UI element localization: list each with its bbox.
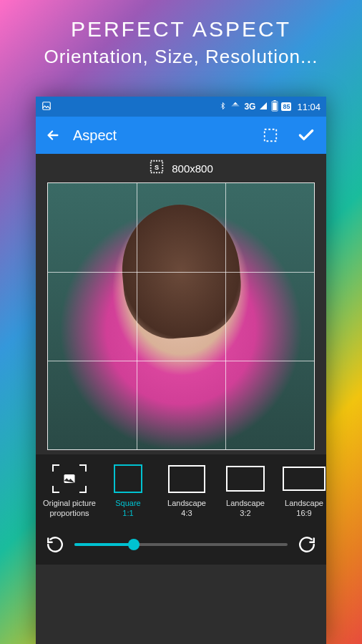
aspect-label: Landscape bbox=[217, 499, 273, 509]
dashed-square-icon bbox=[263, 127, 278, 143]
svg-rect-4 bbox=[265, 130, 277, 142]
rotate-cw-icon bbox=[298, 535, 316, 554]
aspect-option-original[interactable]: Original pictureproportions bbox=[41, 462, 97, 519]
crop-preset-button[interactable] bbox=[258, 122, 283, 148]
confirm-button[interactable] bbox=[293, 122, 319, 148]
aspect-label: Landscape bbox=[276, 499, 326, 509]
promo-subtitle: Orientation, Size, Resolution... bbox=[0, 46, 362, 68]
aspect-rect-icon bbox=[114, 464, 142, 493]
svg-rect-0 bbox=[43, 102, 51, 109]
aspect-thumb bbox=[159, 462, 215, 496]
original-icon bbox=[52, 464, 87, 493]
aspect-thumb bbox=[41, 462, 97, 496]
aspect-label: Original picture bbox=[41, 499, 97, 509]
aspect-mode-icon: S bbox=[149, 159, 165, 177]
aspect-sublabel: 4:3 bbox=[159, 509, 215, 519]
svg-rect-2 bbox=[274, 100, 276, 102]
aspect-thumb bbox=[217, 462, 273, 496]
slider-thumb[interactable] bbox=[128, 539, 140, 550]
svg-rect-3 bbox=[273, 102, 278, 110]
aspect-option-land43[interactable]: Landscape4:3 bbox=[159, 462, 215, 519]
grid-line bbox=[225, 183, 226, 449]
grid-line bbox=[48, 361, 314, 361]
crop-frame[interactable] bbox=[47, 182, 315, 450]
aspect-thumb bbox=[276, 462, 326, 496]
arrow-left-icon bbox=[45, 127, 61, 143]
rotate-right-button[interactable] bbox=[295, 532, 319, 557]
rotate-ccw-icon bbox=[46, 535, 64, 554]
clock: 11:04 bbox=[297, 102, 321, 112]
canvas-area bbox=[36, 182, 326, 454]
slider-fill bbox=[74, 543, 134, 546]
dimensions-label: 800x800 bbox=[172, 162, 213, 175]
aspect-sublabel: proportions bbox=[41, 509, 97, 519]
aspect-label: Landscape bbox=[159, 499, 215, 509]
aspect-thumb bbox=[100, 462, 156, 496]
aspect-sublabel: 3:2 bbox=[217, 509, 273, 519]
image-icon bbox=[41, 101, 52, 113]
phone-frame: 3G 85 11:04 Aspect S 800x800 bbox=[36, 97, 326, 644]
dimensions-row: S 800x800 bbox=[36, 154, 326, 182]
rotate-left-button[interactable] bbox=[43, 532, 67, 557]
wifi-icon bbox=[230, 101, 241, 113]
back-button[interactable] bbox=[43, 127, 63, 143]
svg-text:S: S bbox=[155, 164, 159, 171]
aspect-option-square[interactable]: Square1:1 bbox=[100, 462, 156, 519]
aspect-option-land169[interactable]: Landscape16:9 bbox=[276, 462, 326, 519]
page-title: Aspect bbox=[73, 127, 248, 144]
battery-percent: 85 bbox=[281, 102, 291, 111]
app-bar: Aspect bbox=[36, 117, 326, 154]
check-icon bbox=[297, 126, 315, 145]
aspect-label: Square bbox=[100, 499, 156, 509]
network-label: 3G bbox=[244, 102, 255, 112]
bluetooth-icon bbox=[219, 101, 227, 113]
battery-icon bbox=[271, 100, 278, 114]
aspect-rect-icon bbox=[226, 466, 265, 492]
rotation-slider[interactable] bbox=[74, 543, 288, 546]
grid-line bbox=[137, 183, 137, 449]
aspect-sublabel: 1:1 bbox=[100, 509, 156, 519]
promo-title: PERFECT ASPECT bbox=[0, 17, 362, 42]
rotation-slider-row bbox=[36, 525, 326, 565]
aspect-option-land32[interactable]: Landscape3:2 bbox=[217, 462, 273, 519]
status-bar: 3G 85 11:04 bbox=[36, 97, 326, 117]
signal-icon bbox=[258, 102, 268, 112]
grid-line bbox=[48, 272, 314, 273]
photo-preview bbox=[48, 183, 314, 449]
aspect-ratio-strip[interactable]: Original pictureproportionsSquare1:1Land… bbox=[36, 454, 326, 525]
promo-banner: PERFECT ASPECT Orientation, Size, Resolu… bbox=[0, 0, 362, 79]
aspect-rect-icon bbox=[168, 465, 205, 493]
aspect-rect-icon bbox=[283, 467, 326, 491]
aspect-sublabel: 16:9 bbox=[276, 509, 326, 519]
